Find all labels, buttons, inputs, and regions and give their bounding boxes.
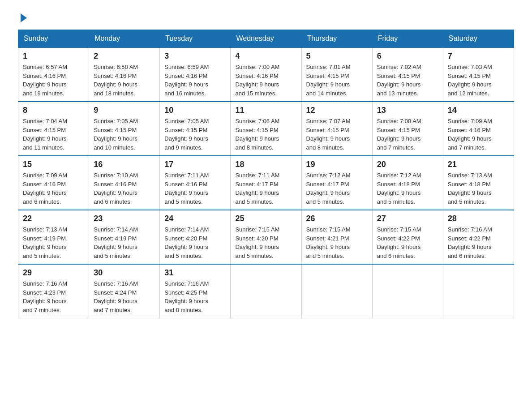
calendar-cell: 13 Sunrise: 7:08 AM Sunset: 4:15 PM Dayl… xyxy=(372,102,443,156)
calendar-cell: 5 Sunrise: 7:01 AM Sunset: 4:15 PM Dayli… xyxy=(301,47,372,102)
day-number: 19 xyxy=(306,160,368,169)
day-info: Sunrise: 7:05 AM Sunset: 4:15 PM Dayligh… xyxy=(164,117,226,152)
day-number: 1 xyxy=(23,51,84,61)
day-info: Sunrise: 7:11 AM Sunset: 4:16 PM Dayligh… xyxy=(164,171,226,206)
day-number: 20 xyxy=(377,160,438,169)
day-info: Sunrise: 6:58 AM Sunset: 4:16 PM Dayligh… xyxy=(94,63,155,98)
day-number: 9 xyxy=(94,106,155,115)
day-number: 18 xyxy=(235,160,296,169)
calendar-cell: 2 Sunrise: 6:58 AM Sunset: 4:16 PM Dayli… xyxy=(89,47,160,102)
day-info: Sunrise: 7:07 AM Sunset: 4:15 PM Dayligh… xyxy=(306,117,368,152)
day-number: 27 xyxy=(377,214,438,223)
calendar-cell: 29 Sunrise: 7:16 AM Sunset: 4:23 PM Dayl… xyxy=(18,264,89,318)
calendar-cell: 24 Sunrise: 7:14 AM Sunset: 4:20 PM Dayl… xyxy=(160,210,231,264)
day-number: 22 xyxy=(23,214,84,223)
day-info: Sunrise: 7:14 AM Sunset: 4:19 PM Dayligh… xyxy=(94,225,155,260)
day-number: 30 xyxy=(94,268,155,278)
calendar-cell: 22 Sunrise: 7:13 AM Sunset: 4:19 PM Dayl… xyxy=(18,210,89,264)
calendar-header-row: SundayMondayTuesdayWednesdayThursdayFrid… xyxy=(18,30,514,48)
day-number: 14 xyxy=(448,106,509,115)
day-info: Sunrise: 7:11 AM Sunset: 4:17 PM Dayligh… xyxy=(235,171,296,206)
day-info: Sunrise: 7:04 AM Sunset: 4:15 PM Dayligh… xyxy=(23,117,84,152)
calendar-cell: 17 Sunrise: 7:11 AM Sunset: 4:16 PM Dayl… xyxy=(160,156,231,210)
day-number: 3 xyxy=(164,51,226,61)
calendar-cell: 9 Sunrise: 7:05 AM Sunset: 4:15 PM Dayli… xyxy=(89,102,160,156)
day-header-monday: Monday xyxy=(89,30,160,48)
day-number: 31 xyxy=(164,268,226,278)
day-info: Sunrise: 7:05 AM Sunset: 4:15 PM Dayligh… xyxy=(94,117,155,152)
calendar-cell: 23 Sunrise: 7:14 AM Sunset: 4:19 PM Dayl… xyxy=(89,210,160,264)
day-info: Sunrise: 7:13 AM Sunset: 4:18 PM Dayligh… xyxy=(448,171,509,206)
day-info: Sunrise: 7:02 AM Sunset: 4:15 PM Dayligh… xyxy=(377,63,438,98)
calendar-cell: 10 Sunrise: 7:05 AM Sunset: 4:15 PM Dayl… xyxy=(160,102,231,156)
calendar-cell: 25 Sunrise: 7:15 AM Sunset: 4:20 PM Dayl… xyxy=(231,210,301,264)
day-number: 24 xyxy=(164,214,226,223)
calendar-week-5: 29 Sunrise: 7:16 AM Sunset: 4:23 PM Dayl… xyxy=(18,264,514,318)
day-info: Sunrise: 7:15 AM Sunset: 4:20 PM Dayligh… xyxy=(235,225,296,260)
day-info: Sunrise: 7:06 AM Sunset: 4:15 PM Dayligh… xyxy=(235,117,296,152)
day-info: Sunrise: 7:13 AM Sunset: 4:19 PM Dayligh… xyxy=(23,225,84,260)
calendar-cell: 15 Sunrise: 7:09 AM Sunset: 4:16 PM Dayl… xyxy=(18,156,89,210)
calendar-cell xyxy=(372,264,443,318)
calendar-cell xyxy=(301,264,372,318)
day-number: 13 xyxy=(377,106,438,115)
calendar-cell: 7 Sunrise: 7:03 AM Sunset: 4:15 PM Dayli… xyxy=(443,47,514,102)
calendar-week-2: 8 Sunrise: 7:04 AM Sunset: 4:15 PM Dayli… xyxy=(18,102,514,156)
calendar-cell: 20 Sunrise: 7:12 AM Sunset: 4:18 PM Dayl… xyxy=(372,156,443,210)
day-info: Sunrise: 7:16 AM Sunset: 4:23 PM Dayligh… xyxy=(23,279,84,314)
day-number: 6 xyxy=(377,51,438,61)
day-info: Sunrise: 7:15 AM Sunset: 4:22 PM Dayligh… xyxy=(377,225,438,260)
calendar-cell: 16 Sunrise: 7:10 AM Sunset: 4:16 PM Dayl… xyxy=(89,156,160,210)
day-info: Sunrise: 7:09 AM Sunset: 4:16 PM Dayligh… xyxy=(23,171,84,206)
calendar-cell: 3 Sunrise: 6:59 AM Sunset: 4:16 PM Dayli… xyxy=(160,47,231,102)
day-number: 11 xyxy=(235,106,296,115)
day-number: 25 xyxy=(235,214,296,223)
day-number: 8 xyxy=(23,106,84,115)
day-info: Sunrise: 7:16 AM Sunset: 4:22 PM Dayligh… xyxy=(448,225,509,260)
logo-flag-icon xyxy=(21,13,27,22)
day-number: 4 xyxy=(235,51,296,61)
calendar-cell: 6 Sunrise: 7:02 AM Sunset: 4:15 PM Dayli… xyxy=(372,47,443,102)
day-number: 28 xyxy=(448,214,509,223)
calendar-cell xyxy=(231,264,301,318)
day-header-thursday: Thursday xyxy=(301,30,372,48)
page-header xyxy=(18,13,514,21)
day-number: 15 xyxy=(23,160,84,169)
day-info: Sunrise: 7:16 AM Sunset: 4:24 PM Dayligh… xyxy=(94,279,155,314)
day-header-wednesday: Wednesday xyxy=(231,30,301,48)
day-info: Sunrise: 6:59 AM Sunset: 4:16 PM Dayligh… xyxy=(164,63,226,98)
day-number: 23 xyxy=(94,214,155,223)
logo xyxy=(18,13,27,21)
day-info: Sunrise: 7:10 AM Sunset: 4:16 PM Dayligh… xyxy=(94,171,155,206)
day-info: Sunrise: 7:16 AM Sunset: 4:25 PM Dayligh… xyxy=(164,279,226,314)
calendar-cell: 26 Sunrise: 7:15 AM Sunset: 4:21 PM Dayl… xyxy=(301,210,372,264)
calendar-cell: 4 Sunrise: 7:00 AM Sunset: 4:16 PM Dayli… xyxy=(231,47,301,102)
day-number: 26 xyxy=(306,214,368,223)
calendar-cell: 14 Sunrise: 7:09 AM Sunset: 4:16 PM Dayl… xyxy=(443,102,514,156)
calendar-cell: 31 Sunrise: 7:16 AM Sunset: 4:25 PM Dayl… xyxy=(160,264,231,318)
calendar-cell: 27 Sunrise: 7:15 AM Sunset: 4:22 PM Dayl… xyxy=(372,210,443,264)
day-info: Sunrise: 7:15 AM Sunset: 4:21 PM Dayligh… xyxy=(306,225,368,260)
calendar-cell: 11 Sunrise: 7:06 AM Sunset: 4:15 PM Dayl… xyxy=(231,102,301,156)
day-number: 12 xyxy=(306,106,368,115)
calendar-table: SundayMondayTuesdayWednesdayThursdayFrid… xyxy=(18,30,514,318)
calendar-cell: 12 Sunrise: 7:07 AM Sunset: 4:15 PM Dayl… xyxy=(301,102,372,156)
day-header-tuesday: Tuesday xyxy=(160,30,231,48)
day-number: 29 xyxy=(23,268,84,278)
day-info: Sunrise: 7:12 AM Sunset: 4:17 PM Dayligh… xyxy=(306,171,368,206)
day-info: Sunrise: 7:12 AM Sunset: 4:18 PM Dayligh… xyxy=(377,171,438,206)
day-info: Sunrise: 6:57 AM Sunset: 4:16 PM Dayligh… xyxy=(23,63,84,98)
day-number: 10 xyxy=(164,106,226,115)
calendar-week-1: 1 Sunrise: 6:57 AM Sunset: 4:16 PM Dayli… xyxy=(18,47,514,102)
calendar-cell: 18 Sunrise: 7:11 AM Sunset: 4:17 PM Dayl… xyxy=(231,156,301,210)
calendar-cell: 30 Sunrise: 7:16 AM Sunset: 4:24 PM Dayl… xyxy=(89,264,160,318)
day-info: Sunrise: 7:09 AM Sunset: 4:16 PM Dayligh… xyxy=(448,117,509,152)
day-header-saturday: Saturday xyxy=(443,30,514,48)
day-info: Sunrise: 7:00 AM Sunset: 4:16 PM Dayligh… xyxy=(235,63,296,98)
day-header-friday: Friday xyxy=(372,30,443,48)
day-number: 5 xyxy=(306,51,368,61)
day-header-sunday: Sunday xyxy=(18,30,89,48)
calendar-cell: 8 Sunrise: 7:04 AM Sunset: 4:15 PM Dayli… xyxy=(18,102,89,156)
calendar-cell: 1 Sunrise: 6:57 AM Sunset: 4:16 PM Dayli… xyxy=(18,47,89,102)
calendar-cell: 21 Sunrise: 7:13 AM Sunset: 4:18 PM Dayl… xyxy=(443,156,514,210)
